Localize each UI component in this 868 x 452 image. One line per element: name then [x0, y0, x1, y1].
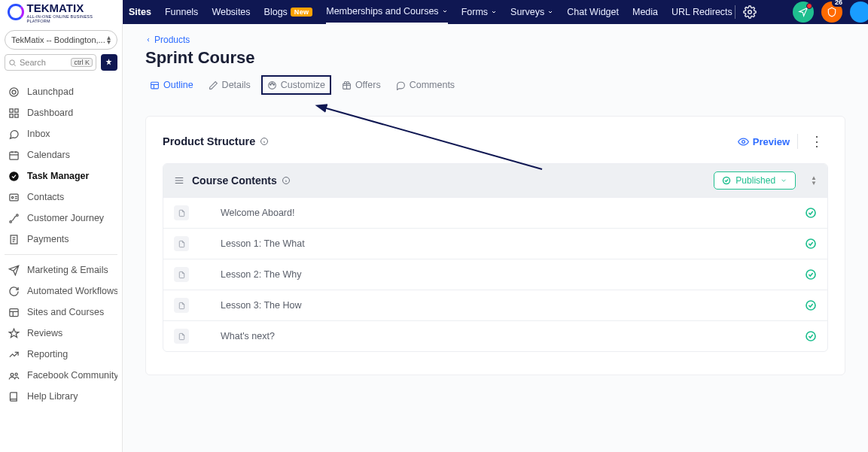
nav-url-redirects[interactable]: URL Redirects: [672, 0, 732, 24]
sidebar-item-label: Calendars: [27, 150, 70, 160]
svg-rect-8: [9, 152, 17, 159]
preview-button[interactable]: Preview: [738, 136, 790, 147]
logo-tagline: ALL-IN-ONE ONLINE BUSINESS PLATFORM: [27, 14, 115, 23]
lesson-row[interactable]: What's next?: [163, 320, 827, 351]
sidebar-item-automated-workflows[interactable]: Automated Workflows: [5, 281, 117, 302]
sidebar-item-dashboard[interactable]: Dashboard: [5, 102, 117, 123]
search-input[interactable]: Search ctrl K: [5, 54, 96, 71]
main-area: Products Sprint Course OutlineDetailsCus…: [123, 24, 868, 452]
more-menu[interactable]: ⋮: [806, 133, 828, 150]
sidebar-item-reporting[interactable]: Reporting: [5, 344, 117, 365]
notification-bell[interactable]: [793, 2, 814, 23]
tab-outline[interactable]: Outline: [145, 77, 198, 93]
status-ok-icon: [805, 207, 817, 219]
publish-label: Published: [736, 175, 775, 186]
nav-chat-widget[interactable]: Chat Widget: [567, 0, 619, 24]
star-icon: [8, 327, 20, 339]
calendar-icon: [8, 149, 20, 161]
notif-badge: 26: [832, 0, 845, 7]
page-icon: [174, 267, 189, 282]
info-icon[interactable]: [260, 137, 269, 146]
sidebar-item-help-library[interactable]: Help Library: [5, 386, 117, 407]
svg-rect-4: [9, 108, 12, 111]
profile-avatar[interactable]: [850, 2, 868, 23]
chevron-down-icon: [780, 177, 787, 184]
updown-icon: ▴▾: [107, 35, 111, 44]
tab-label: Outline: [163, 80, 193, 90]
nav-sites[interactable]: Sites: [129, 0, 151, 24]
nav-forms[interactable]: Forms: [461, 0, 497, 24]
sidebar-item-label: Dashboard: [27, 108, 73, 118]
tabs: OutlineDetailsCustomizeOffersComments: [145, 75, 845, 95]
nav-blogs[interactable]: BlogsNew: [264, 0, 313, 24]
top-nav-right: 26: [735, 2, 860, 23]
sidebar-item-label: Help Library: [27, 391, 78, 402]
nav-funnels[interactable]: Funnels: [165, 0, 198, 24]
sidebar-item-inbox[interactable]: Inbox: [5, 123, 117, 144]
breadcrumb[interactable]: Products: [145, 35, 845, 45]
sidebar-item-payments[interactable]: Payments: [5, 229, 117, 250]
unread-dot: [806, 3, 812, 9]
tab-offers[interactable]: Offers: [337, 77, 385, 93]
nav-media[interactable]: Media: [632, 0, 658, 24]
layout-icon: [8, 306, 20, 318]
eye-icon: [738, 136, 749, 147]
sidebar-item-label: Customer Journey: [27, 213, 104, 223]
sidebar: TekMatix -- Boddington,... ▴▾ Search ctr…: [0, 24, 123, 452]
tab-details[interactable]: Details: [204, 77, 255, 93]
sidebar-item-calendars[interactable]: Calendars: [5, 144, 117, 165]
svg-point-20: [270, 83, 271, 85]
notification-count[interactable]: 26: [821, 2, 842, 23]
sidebar-item-label: Task Manager: [27, 171, 89, 181]
lesson-row[interactable]: Lesson 3: The How: [163, 290, 827, 320]
logo[interactable]: TEKMATIX ALL-IN-ONE ONLINE BUSINESS PLAT…: [0, 0, 123, 24]
tab-comments[interactable]: Comments: [391, 77, 459, 93]
sidebar-item-label: Payments: [27, 234, 69, 244]
id-icon: [8, 191, 20, 203]
new-badge: New: [291, 8, 312, 17]
account-selector[interactable]: TekMatix -- Boddington,... ▴▾: [5, 30, 117, 50]
sidebar-item-label: Marketing & Emails: [27, 265, 108, 275]
search-row: Search ctrl K: [5, 54, 117, 71]
check-icon: [8, 170, 20, 182]
sidebar-item-marketing-emails[interactable]: Marketing & Emails: [5, 259, 117, 281]
svg-rect-15: [9, 308, 17, 316]
sort-toggle[interactable]: ▲▼: [811, 175, 817, 186]
lesson-row[interactable]: Lesson 1: The What: [163, 228, 827, 259]
lesson-row[interactable]: Welcome Aboard!: [163, 197, 827, 228]
logo-icon: [8, 4, 24, 20]
status-ok-icon: [805, 238, 817, 250]
chevron-left-icon: [145, 37, 151, 43]
nav-websites[interactable]: Websites: [212, 0, 250, 24]
search-kbd: ctrl K: [71, 58, 93, 67]
sidebar-item-launchpad[interactable]: Launchpad: [5, 81, 117, 102]
send-icon: [8, 264, 20, 276]
sidebar-item-sites-and-courses[interactable]: Sites and Courses: [5, 302, 117, 323]
svg-point-17: [15, 373, 17, 375]
lesson-title: Welcome Aboard!: [221, 208, 794, 218]
nav-memberships-and-courses[interactable]: Memberships and Courses: [326, 0, 447, 24]
svg-point-0: [748, 11, 752, 14]
book-icon: [8, 390, 20, 402]
tab-customize[interactable]: Customize: [261, 75, 331, 95]
svg-rect-7: [9, 114, 12, 117]
logo-text: TEKMATIX: [27, 2, 115, 14]
lesson-row[interactable]: Lesson 2: The Why: [163, 259, 827, 290]
gift-icon: [342, 80, 352, 90]
publish-status-button[interactable]: Published: [714, 171, 796, 190]
quick-add-button[interactable]: [101, 54, 117, 71]
sidebar-item-facebook-community-g[interactable]: Facebook Community G...: [5, 365, 117, 386]
sidebar-item-reviews[interactable]: Reviews: [5, 323, 117, 344]
drag-icon[interactable]: [174, 175, 184, 186]
sidebar-item-contacts[interactable]: Contacts: [5, 187, 117, 208]
info-icon[interactable]: [282, 176, 291, 185]
sidebar-item-task-manager[interactable]: Task Manager: [5, 165, 117, 187]
nav-surveys[interactable]: Surveys: [510, 0, 553, 24]
receipt-icon: [8, 233, 20, 245]
svg-rect-18: [151, 82, 159, 89]
tab-label: Comments: [410, 80, 455, 90]
search-placeholder: Search: [20, 58, 46, 67]
settings-icon[interactable]: [743, 5, 757, 19]
card-header: Product Structure Preview ⋮: [163, 133, 828, 150]
sidebar-item-customer-journey[interactable]: Customer Journey: [5, 208, 117, 229]
